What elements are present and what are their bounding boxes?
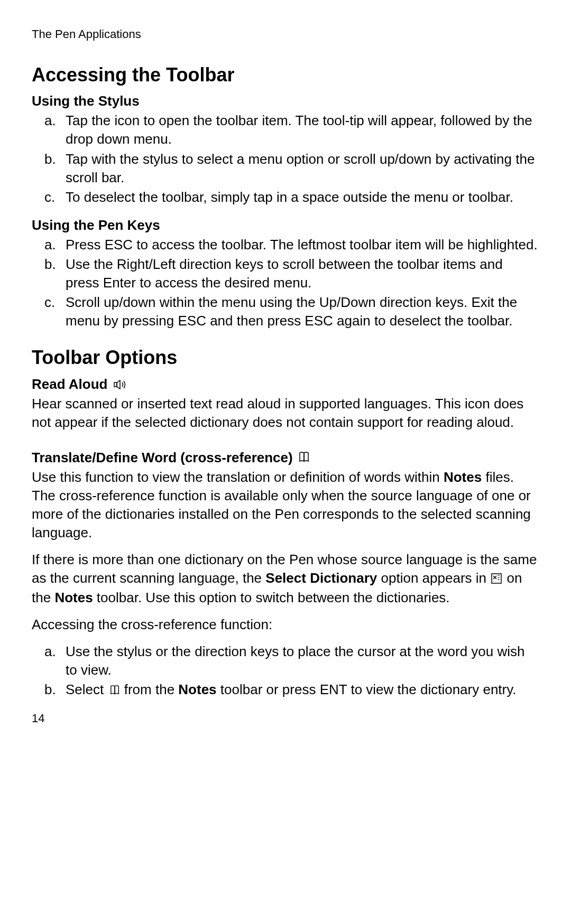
- translate-p3: Accessing the cross-reference function:: [32, 615, 539, 634]
- page-number: 14: [32, 711, 539, 726]
- list-item: b.Tap with the stylus to select a menu o…: [66, 150, 539, 187]
- list-text: To deselect the toolbar, simply tap in a…: [66, 189, 513, 205]
- list-text: Use the Right/Left direction keys to scr…: [66, 256, 503, 291]
- settings-icon: [491, 570, 502, 589]
- book-icon: [299, 449, 310, 468]
- list-text: Scroll up/down within the menu using the…: [66, 294, 517, 329]
- section-header: The Pen Applications: [32, 26, 539, 42]
- speaker-icon: [114, 376, 127, 395]
- list-text: Use the stylus or the direction keys to …: [66, 643, 525, 678]
- subhead-translate: Translate/Define Word (cross-reference): [32, 450, 293, 465]
- subhead-penkeys: Using the Pen Keys: [32, 216, 539, 235]
- penkeys-list: a.Press ESC to access the toolbar. The l…: [32, 236, 539, 330]
- list-item: c.Scroll up/down within the menu using t…: [66, 293, 539, 330]
- list-item: b.Use the Right/Left direction keys to s…: [66, 255, 539, 292]
- list-item: c.To deselect the toolbar, simply tap in…: [66, 188, 539, 207]
- list-text: Tap the icon to open the toolbar item. T…: [66, 113, 532, 147]
- list-text: Tap with the stylus to select a menu opt…: [66, 151, 535, 185]
- subhead-stylus: Using the Stylus: [32, 92, 539, 110]
- list-text: Press ESC to access the toolbar. The lef…: [66, 237, 538, 253]
- book-icon: [110, 682, 121, 700]
- list-item: a.Press ESC to access the toolbar. The l…: [66, 236, 539, 254]
- heading-accessing-toolbar: Accessing the Toolbar: [32, 62, 539, 88]
- list-text: Select from the Notes toolbar or press E…: [66, 682, 517, 697]
- translate-p2: If there is more than one dictionary on …: [32, 550, 539, 607]
- list-item: b. Select from the Notes toolbar or pres…: [66, 680, 539, 700]
- translate-p1: Use this function to view the translatio…: [32, 468, 539, 542]
- crossref-steps: a.Use the stylus or the direction keys t…: [32, 642, 539, 700]
- read-aloud-body: Hear scanned or inserted text read aloud…: [32, 396, 523, 430]
- list-item: a.Use the stylus or the direction keys t…: [66, 642, 539, 679]
- subhead-read-aloud: Read Aloud: [32, 376, 107, 392]
- heading-toolbar-options: Toolbar Options: [32, 345, 539, 371]
- stylus-list: a.Tap the icon to open the toolbar item.…: [32, 111, 539, 206]
- list-item: a.Tap the icon to open the toolbar item.…: [66, 111, 539, 148]
